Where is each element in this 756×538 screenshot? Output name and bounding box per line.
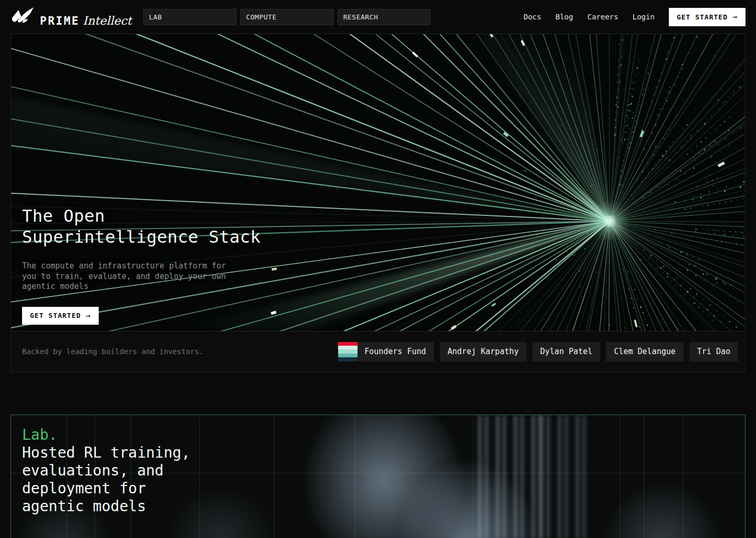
lab-title: Hosted RL training, evaluations, and dep… bbox=[22, 444, 199, 515]
hero-copy: The Open Superintelligence Stack The com… bbox=[22, 205, 261, 325]
arrow-right-icon: → bbox=[86, 311, 91, 320]
get-started-label: GET STARTED bbox=[677, 13, 728, 21]
brand-name-prime: PRIME bbox=[40, 15, 80, 27]
hero-subtitle: The compute and infrastructure platform … bbox=[22, 261, 235, 292]
investor-badge-dylan-patel[interactable]: Dylan Patel bbox=[532, 342, 600, 361]
hero-title: The Open Superintelligence Stack bbox=[22, 205, 261, 247]
link-docs[interactable]: Docs bbox=[523, 13, 541, 21]
header-links: Docs Blog Careers Login GET STARTED → bbox=[523, 8, 746, 26]
brand-logo[interactable]: PRIME Intellect bbox=[10, 7, 132, 27]
link-login[interactable]: Login bbox=[633, 13, 655, 21]
primary-nav: LAB COMPUTE RESEARCH bbox=[143, 9, 430, 25]
investor-badge-clem-delangue[interactable]: Clem Delangue bbox=[606, 342, 683, 361]
smoke-streaks bbox=[540, 415, 590, 538]
lab-copy: Lab. Hosted RL training, evaluations, an… bbox=[22, 426, 199, 515]
hero-title-line2: Superintelligence Stack bbox=[22, 227, 261, 247]
prime-intellect-logo-icon bbox=[10, 7, 35, 27]
lab-eyebrow: Lab. bbox=[22, 426, 199, 444]
investor-badges: Founders Fund Andrej Karpathy Dylan Pate… bbox=[338, 342, 738, 361]
backed-caption: Backed by leading builders and investors… bbox=[22, 347, 204, 356]
get-started-button-header[interactable]: GET STARTED → bbox=[669, 8, 746, 26]
smoke-cloud bbox=[604, 483, 720, 538]
smoke-streaks bbox=[478, 415, 547, 538]
investor-label: Founders Fund bbox=[364, 347, 426, 356]
link-blog[interactable]: Blog bbox=[555, 13, 573, 21]
top-nav: PRIME Intellect LAB COMPUTE RESEARCH Doc… bbox=[0, 0, 756, 34]
grid-line bbox=[274, 415, 274, 538]
hero-section: The Open Superintelligence Stack The com… bbox=[10, 34, 746, 372]
get-started-button-hero[interactable]: GET STARTED → bbox=[22, 307, 99, 325]
brand-name-intellect: Intellect bbox=[83, 14, 132, 27]
investor-badge-founders-fund[interactable]: Founders Fund bbox=[338, 342, 434, 361]
hero-title-line1: The Open bbox=[22, 206, 105, 226]
arrow-right-icon: → bbox=[732, 12, 738, 22]
section-gap bbox=[0, 372, 756, 415]
investor-badge-andrej-karpathy[interactable]: Andrej Karpathy bbox=[440, 342, 527, 361]
backed-by-strip: Backed by leading builders and investors… bbox=[11, 331, 745, 371]
link-careers[interactable]: Careers bbox=[587, 13, 618, 21]
hero-rays-visual: The Open Superintelligence Stack The com… bbox=[11, 34, 745, 331]
nav-item-lab[interactable]: LAB bbox=[143, 9, 236, 25]
nav-item-research[interactable]: RESEARCH bbox=[338, 9, 430, 25]
get-started-label: GET STARTED bbox=[30, 312, 81, 319]
investor-badge-tri-dao[interactable]: Tri Dao bbox=[689, 342, 738, 361]
nav-item-compute[interactable]: COMPUTE bbox=[240, 9, 333, 25]
founders-fund-logo-icon bbox=[338, 342, 358, 361]
lab-section: Lab. Hosted RL training, evaluations, an… bbox=[10, 415, 746, 538]
